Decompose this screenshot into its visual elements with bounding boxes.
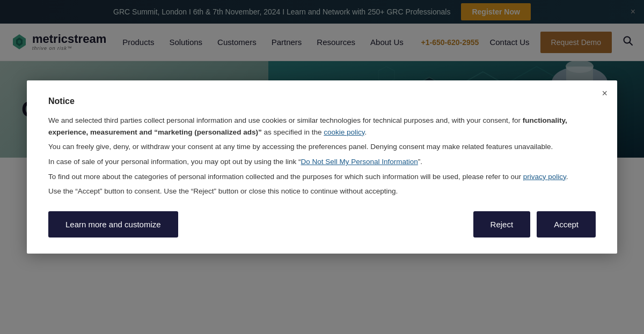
notice-paragraph-5: Use the “Accept” button to consent. Use … [48,185,596,197]
privacy-policy-link[interactable]: privacy policy [523,173,566,181]
notice-paragraph-4: To find out more about the categories of… [48,171,596,183]
do-not-sell-link[interactable]: Do Not Sell My Personal Information [301,158,418,166]
notice-modal: Notice × We and selected third parties c… [27,80,617,254]
notice-close-button[interactable]: × [602,88,608,99]
customize-button[interactable]: Learn more and customize [48,211,178,237]
notice-paragraph-2: You can freely give, deny, or withdraw y… [48,141,596,153]
reject-button[interactable]: Reject [473,211,531,237]
notice-title: Notice [48,97,596,106]
notice-overlay: Notice × We and selected third parties c… [0,0,644,334]
notice-paragraph-1: We and selected third parties collect pe… [48,115,596,138]
notice-buttons: Learn more and customize Reject Accept [48,211,596,237]
accept-button[interactable]: Accept [537,211,596,237]
cookie-policy-link[interactable]: cookie policy [324,128,364,136]
notice-paragraph-3: In case of sale of your personal informa… [48,156,596,168]
